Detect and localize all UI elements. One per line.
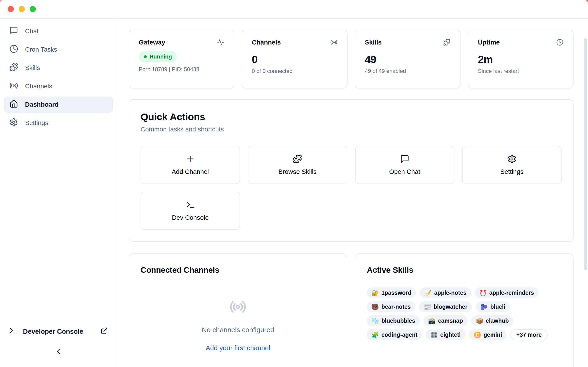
skill-label: bear-notes (381, 303, 411, 310)
add-channel-button[interactable]: Add Channel (141, 146, 240, 184)
vertical-scrollbar-thumb[interactable] (584, 38, 587, 270)
skill-badge-apple-notes[interactable]: 📝apple-notes (420, 287, 471, 298)
skill-badge-eightctl[interactable]: 🎛️eightctl (426, 329, 465, 340)
skill-label: bluebubbles (381, 317, 415, 324)
sidebar-item-settings[interactable]: Settings (4, 115, 113, 131)
stat-card-channels: Channels00 of 0 connected (242, 30, 347, 89)
skill-badge-coding-agent[interactable]: 🧩coding-agent (367, 329, 422, 340)
more-skills-badge[interactable]: +37 more (510, 329, 548, 340)
collapse-sidebar-button[interactable] (52, 345, 65, 359)
developer-console-link[interactable]: Developer Console (0, 323, 117, 340)
stat-value: 2m (478, 53, 563, 66)
stat-subtitle: 49 of 49 enabled (365, 68, 450, 74)
active-skills-title: Active Skills (367, 265, 562, 275)
stat-card-uptime: Uptime2mSince last restart (468, 30, 573, 89)
empty-state-text: No channels configured (202, 326, 274, 334)
status-badge: Running (139, 51, 177, 62)
bottom-panels: Connected Channels No channels configure… (129, 253, 573, 367)
sidebar-item-chat[interactable]: Chat (4, 23, 113, 39)
skill-badge-clawhub[interactable]: 📦clawhub (471, 315, 513, 326)
sidebar-item-label: Settings (25, 119, 48, 127)
radio-icon (9, 81, 18, 92)
sidebar-item-label: Dashboard (25, 101, 59, 108)
skill-label: coding-agent (381, 332, 417, 338)
skill-label: gemini (484, 332, 502, 338)
connected-channels-panel: Connected Channels No channels configure… (129, 253, 347, 367)
open-chat-button[interactable]: Open Chat (355, 146, 455, 184)
gear-icon (9, 118, 18, 128)
skill-label: blogwatcher (434, 303, 467, 310)
chevron-left-icon (55, 348, 62, 357)
stat-card-skills: Skills4949 of 49 enabled (355, 30, 460, 89)
action-label: Dev Console (172, 214, 208, 221)
settings-button[interactable]: Settings (462, 146, 562, 184)
dev-console-button[interactable]: Dev Console (141, 192, 240, 230)
stat-subtitle: 0 of 0 connected (252, 68, 337, 74)
stat-title: Skills (365, 39, 382, 46)
plus-icon (186, 154, 195, 165)
skill-emoji: 🔐 (372, 290, 379, 296)
add-first-channel-link[interactable]: Add your first channel (206, 344, 270, 352)
skill-badge-camsnap[interactable]: 📸camsnap (424, 315, 468, 326)
skill-badge-blogwatcher[interactable]: 📰blogwatcher (419, 301, 472, 312)
skill-label: 1password (381, 290, 411, 296)
message-square-icon (400, 154, 409, 165)
skill-badge-bluebubbles[interactable]: 🫧bluebubbles (367, 315, 420, 326)
skill-emoji: ⏰ (479, 290, 487, 296)
skill-badge-apple-reminders[interactable]: ⏰apple-reminders (475, 287, 539, 298)
skill-emoji: 🎛️ (430, 332, 438, 338)
terminal-icon (9, 327, 17, 336)
radio-icon (330, 39, 337, 47)
status-badge-label: Running (149, 53, 172, 60)
external-link-icon[interactable] (101, 327, 108, 336)
quick-actions-title: Quick Actions (141, 111, 562, 123)
more-skills-label: +37 more (516, 332, 542, 338)
channels-empty-state: No channels configured Add your first ch… (141, 298, 335, 352)
skill-badge-1password[interactable]: 🔐1password (367, 287, 416, 298)
puzzle-icon (293, 154, 302, 165)
sidebar-item-label: Chat (25, 27, 39, 35)
minimize-button[interactable] (19, 6, 25, 12)
skill-label: apple-reminders (489, 290, 534, 296)
sidebar-item-channels[interactable]: Channels (4, 78, 113, 94)
quick-actions-panel: Quick Actions Common tasks and shortcuts… (129, 99, 573, 242)
stat-subtitle: Since last restart (478, 68, 563, 74)
message-square-icon (9, 26, 18, 36)
skill-label: eightctl (440, 332, 461, 338)
main-content: GatewayRunningPort: 18789 | PID: 50438Ch… (117, 19, 588, 367)
sidebar-nav: ChatCron TasksSkillsChannelsDashboardSet… (0, 23, 117, 131)
skill-label: camsnap (438, 317, 463, 324)
close-button[interactable] (8, 6, 14, 12)
skill-badge-blucli[interactable]: 🫐blucli (476, 301, 510, 312)
skill-badge-bear-notes[interactable]: 🐻bear-notes (367, 301, 415, 312)
skill-label: apple-notes (434, 290, 467, 296)
skill-emoji: 🫧 (372, 318, 379, 324)
radio-icon (229, 298, 246, 316)
app-window: ChatCron TasksSkillsChannelsDashboardSet… (0, 0, 588, 367)
clock-icon (556, 39, 563, 47)
titlebar (0, 0, 588, 19)
skill-emoji: 🧩 (372, 332, 379, 338)
puzzle-icon (9, 63, 18, 73)
house-icon (9, 100, 18, 110)
stat-title: Channels (252, 39, 281, 46)
sidebar-item-dashboard[interactable]: Dashboard (4, 97, 113, 113)
skill-emoji: 📸 (428, 318, 435, 324)
clock-icon (9, 44, 18, 55)
stat-value: 49 (365, 53, 450, 66)
app-shell: ChatCron TasksSkillsChannelsDashboardSet… (0, 19, 588, 367)
skill-badge-gemini[interactable]: ♊gemini (469, 329, 507, 340)
browse-skills-button[interactable]: Browse Skills (248, 146, 347, 184)
stat-card-gateway: GatewayRunningPort: 18789 | PID: 50438 (129, 30, 234, 89)
quick-actions-subtitle: Common tasks and shortcuts (141, 126, 562, 133)
sidebar-item-skills[interactable]: Skills (4, 60, 113, 76)
stat-value: 0 (252, 53, 337, 66)
action-label: Settings (500, 168, 523, 175)
terminal-icon (186, 200, 195, 210)
sidebar: ChatCron TasksSkillsChannelsDashboardSet… (0, 19, 117, 367)
traffic-lights (8, 6, 36, 12)
sidebar-item-cron[interactable]: Cron Tasks (4, 42, 113, 58)
zoom-button[interactable] (30, 6, 36, 12)
connected-channels-title: Connected Channels (141, 265, 335, 275)
status-dot (144, 55, 147, 58)
